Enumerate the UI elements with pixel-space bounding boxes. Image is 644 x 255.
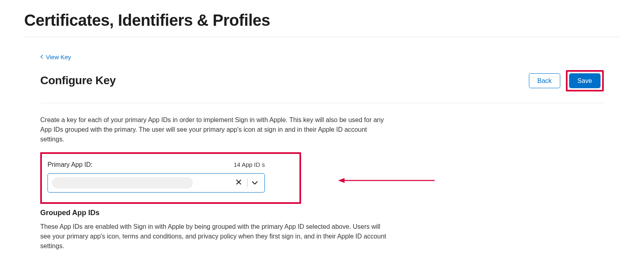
annotation-primary-highlight: Primary App ID: 14 App ID s: [40, 152, 301, 204]
clear-icon[interactable]: [232, 178, 246, 187]
primary-app-id-select[interactable]: [47, 173, 265, 193]
breadcrumb-view-key[interactable]: View Key: [40, 54, 71, 60]
svg-marker-1: [338, 178, 345, 183]
selected-value-redacted: [52, 177, 193, 189]
description-text: Create a key for each of your primary Ap…: [40, 115, 386, 144]
grouped-title: Grouped App IDs: [40, 209, 604, 217]
primary-app-id-count: 14 App ID s: [233, 161, 265, 168]
primary-app-id-label: Primary App ID:: [47, 161, 93, 168]
grouped-description: These App IDs are enabled with Sign in w…: [40, 222, 386, 251]
chevron-left-icon: [40, 55, 43, 59]
annotation-save-highlight: Save: [566, 70, 604, 91]
section-title: Configure Key: [40, 74, 116, 87]
save-button[interactable]: Save: [569, 73, 601, 88]
annotation-arrow: [338, 176, 435, 185]
page-title: Certificates, Identifiers & Profiles: [24, 0, 620, 37]
divider: [247, 178, 248, 187]
chevron-down-icon[interactable]: [249, 181, 260, 185]
back-button[interactable]: Back: [529, 73, 560, 88]
breadcrumb-label: View Key: [46, 54, 71, 60]
